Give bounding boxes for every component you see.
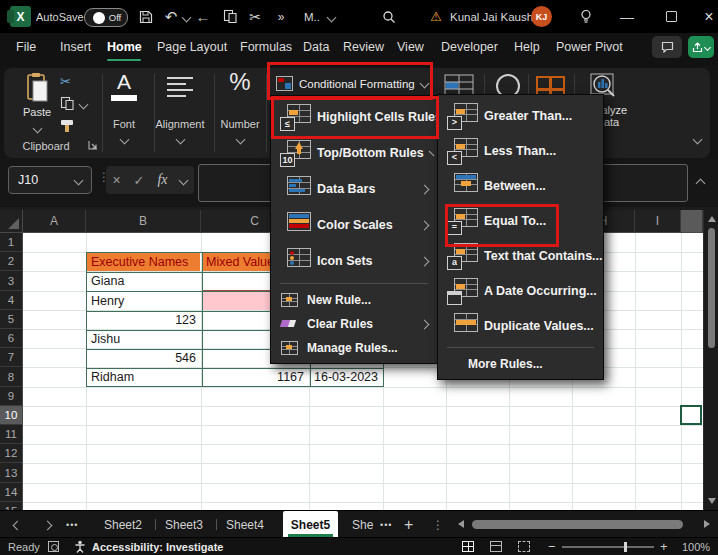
number-group-chevron-icon[interactable] (236, 135, 246, 145)
format-painter-button[interactable] (59, 118, 76, 134)
menu-item-a-date-occurring[interactable]: A Date Occurring... (438, 273, 603, 308)
menu-item-equal-to[interactable]: = Equal To... (438, 203, 603, 238)
tab-page-layout[interactable]: Page Layout (157, 33, 227, 61)
row-header-7[interactable]: 7 (0, 348, 23, 367)
menu-item-more-rules[interactable]: More Rules... (438, 352, 603, 376)
menu-item-manage-rules[interactable]: Manage Rules... (271, 336, 437, 360)
hscroll-left-icon[interactable] (458, 520, 464, 528)
alignment-group-chevron-icon[interactable] (176, 135, 186, 145)
zoom-level[interactable]: 100% (682, 541, 710, 553)
menu-item-less-than[interactable]: < Less Than... (438, 133, 603, 168)
column-header-i[interactable]: I (635, 210, 681, 233)
tab-home[interactable]: Home (107, 33, 142, 61)
row-header-10[interactable]: 10 (0, 406, 23, 425)
row-header-2[interactable]: 2 (0, 252, 23, 271)
row-header-14[interactable]: 14 (0, 483, 23, 502)
zoom-slider-track[interactable] (562, 546, 654, 548)
font-group-chevron-icon[interactable] (120, 135, 130, 145)
font-settings-button[interactable]: A (108, 70, 140, 101)
add-sheet-button[interactable]: + (404, 511, 413, 538)
tab-overflow-left[interactable]: ••• (66, 511, 78, 538)
tab-sheet4[interactable]: Sheet4 (226, 511, 264, 538)
cell-b4[interactable]: Henry (87, 292, 200, 310)
zoom-slider-handle[interactable] (624, 542, 627, 552)
cell-b5[interactable]: 123 (87, 311, 200, 329)
menu-item-data-bars[interactable]: Data Bars (271, 171, 437, 207)
scroll-up-icon[interactable] (708, 216, 716, 222)
conditional-formatting-button[interactable]: Conditional Formatting (276, 72, 428, 95)
tab-scroll-right-icon[interactable] (43, 521, 53, 531)
selected-cell-box[interactable] (680, 405, 702, 425)
vertical-scroll-thumb[interactable] (708, 228, 715, 348)
scroll-down-icon[interactable] (708, 498, 716, 504)
tab-review[interactable]: Review (343, 33, 384, 61)
tab-formulas[interactable]: Formulas (240, 33, 292, 61)
vertical-scrollbar[interactable] (703, 210, 718, 510)
cell-b7[interactable]: 546 (87, 349, 200, 367)
formula-bar-expand-chevron-icon[interactable] (696, 179, 706, 189)
cell-b3[interactable]: Giana (87, 272, 200, 291)
row-header-9[interactable]: 9 (0, 387, 23, 406)
hscroll-right-icon[interactable] (704, 520, 710, 528)
clipboard-dialog-launcher[interactable] (88, 140, 98, 150)
cell-b8[interactable]: Ridham (87, 368, 200, 387)
row-header-4[interactable]: 4 (0, 291, 23, 310)
user-avatar[interactable]: KJ (531, 6, 552, 27)
name-box[interactable]: J10 (8, 166, 92, 194)
alignment-button[interactable] (166, 76, 194, 98)
menu-item-text-that-contains[interactable]: a Text that Contains... (438, 238, 603, 273)
tab-developer[interactable]: Developer (441, 33, 498, 61)
tab-insert[interactable]: Insert (60, 33, 91, 61)
tab-sheet3[interactable]: Sheet3 (165, 511, 203, 538)
row-header-12[interactable]: 12 (0, 444, 23, 463)
confirm-entry-button[interactable]: ✓ (134, 173, 145, 188)
menu-item-top-bottom-rules[interactable]: 10 Top/Bottom Rules (271, 135, 437, 171)
tab-power-pivot[interactable]: Power Pivot (556, 33, 623, 61)
autosave-toggle[interactable]: Off (84, 8, 128, 27)
back-arrow-button[interactable]: ← (194, 0, 212, 33)
undo-button[interactable]: ↶ (160, 0, 182, 33)
menu-item-highlight-cells-rules[interactable]: ≤ Highlight Cells Rules (271, 99, 437, 135)
close-button[interactable]: × (700, 0, 718, 33)
normal-view-button[interactable] (462, 541, 474, 552)
search-button[interactable] (380, 0, 398, 33)
insert-function-button[interactable]: fx (157, 172, 167, 188)
row-header-1[interactable]: 1 (0, 233, 23, 252)
row-header-8[interactable]: 8 (0, 367, 23, 387)
copy-button[interactable] (220, 0, 240, 33)
menu-item-color-scales[interactable]: Color Scales (271, 207, 437, 243)
cell-c8[interactable]: 1167 (202, 368, 308, 387)
tab-sheet-partial[interactable]: She (352, 511, 373, 538)
page-break-view-button[interactable] (518, 541, 530, 552)
select-all-corner[interactable] (0, 210, 23, 233)
cell-d8[interactable]: 16-03-2023 (310, 368, 382, 387)
zoom-out-button[interactable]: − (548, 539, 556, 554)
horizontal-scroll-thumb[interactable] (472, 520, 683, 529)
window-menu-button[interactable]: M.. (304, 0, 320, 33)
cell-b6[interactable]: Jishu (87, 330, 200, 348)
row-header-13[interactable]: 13 (0, 463, 23, 483)
save-button[interactable] (138, 0, 154, 33)
fx-chevron-icon[interactable] (179, 175, 189, 185)
row-header-15[interactable]: 15 (0, 502, 23, 510)
tips-button[interactable] (578, 0, 594, 33)
tab-view[interactable]: View (397, 33, 424, 61)
cut-button[interactable]: ✂ (60, 74, 71, 89)
share-button[interactable] (688, 36, 714, 58)
menu-item-new-rule[interactable]: New Rule... (271, 288, 437, 312)
column-header-b[interactable]: B (86, 210, 201, 233)
column-header-j[interactable] (681, 210, 703, 233)
page-layout-view-button[interactable] (490, 541, 502, 552)
warning-icon[interactable]: ⚠ (428, 0, 444, 33)
menu-item-icon-sets[interactable]: Icon Sets (271, 243, 437, 279)
tab-help[interactable]: Help (514, 33, 540, 61)
copy-chevron-icon[interactable] (79, 100, 89, 110)
tab-overflow-right[interactable]: ••• (380, 511, 392, 538)
tab-list-menu-button[interactable]: ⋮ (432, 511, 444, 538)
undo-chevron-icon[interactable] (182, 13, 192, 23)
accessibility-status[interactable]: Accessibility: Investigate (92, 541, 223, 553)
cut-button[interactable]: ✂ (246, 0, 264, 33)
tab-file[interactable]: File (16, 33, 36, 61)
tab-scroll-left-icon[interactable] (13, 521, 23, 531)
row-header-5[interactable]: 5 (0, 310, 23, 329)
